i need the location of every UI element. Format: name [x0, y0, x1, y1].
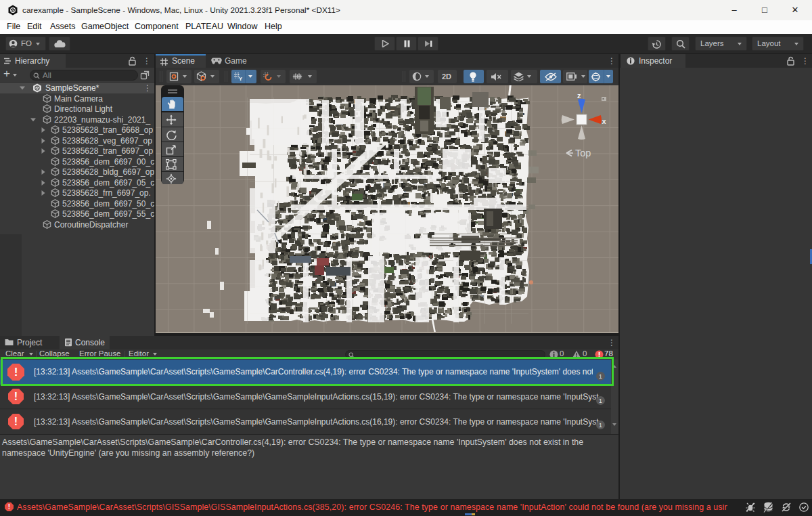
svg-text:Top: Top [575, 148, 591, 158]
svg-text:x: x [602, 117, 607, 125]
svg-text:Y: Y [239, 76, 242, 81]
svg-text:z: z [577, 92, 581, 100]
